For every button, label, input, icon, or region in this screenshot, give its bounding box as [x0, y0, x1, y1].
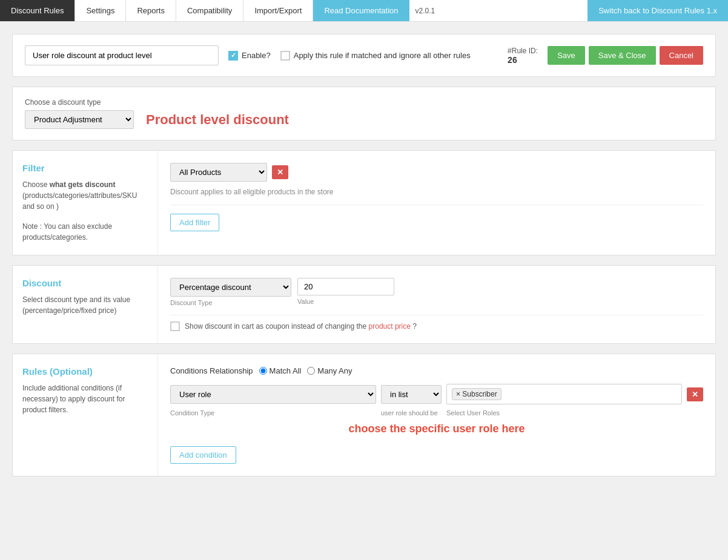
- discount-value-col: Value: [297, 278, 394, 305]
- tab-import-export[interactable]: Import/Export: [243, 0, 313, 21]
- discount-section-left: Discount Select discount type and its va…: [13, 266, 158, 343]
- conditions-relationship-label: Conditions Relationship: [170, 366, 253, 375]
- apply-rule-checkbox[interactable]: [280, 51, 290, 61]
- rules-description: Include additional conditions (if necess…: [22, 383, 148, 415]
- discount-value-input[interactable]: [297, 278, 394, 295]
- rules-section-left: Rules (Optional) Include additional cond…: [13, 354, 158, 476]
- remove-condition-button[interactable]: ✕: [687, 387, 703, 401]
- coupon-checkbox[interactable]: [170, 321, 180, 331]
- save-close-button[interactable]: Save & Close: [589, 46, 656, 65]
- apply-rule-label: Apply this rule if matched and ignore al…: [294, 51, 471, 60]
- discount-description: Select discount type and its value (perc…: [22, 294, 148, 316]
- condition-type-label: Condition Type: [170, 409, 376, 417]
- filter-section-right: All Products Specific Products Product C…: [158, 151, 715, 255]
- rules-section-right: Conditions Relationship Match All Many A…: [158, 354, 715, 476]
- filter-section-left: Filter Choose what gets discount (produc…: [13, 151, 158, 255]
- match-all-option[interactable]: Match All: [259, 366, 302, 375]
- tab-settings[interactable]: Settings: [75, 0, 126, 21]
- add-filter-button[interactable]: Add filter: [170, 214, 219, 231]
- filter-section: Filter Choose what gets discount (produc…: [12, 150, 716, 255]
- switch-back-button[interactable]: Switch back to Discount Rules 1.x: [587, 0, 728, 21]
- filter-heading: Filter: [22, 163, 148, 173]
- apply-rule-group: Apply this rule if matched and ignore al…: [280, 51, 498, 61]
- discount-section-right: Percentage discount Price discount Fixed…: [158, 266, 715, 343]
- save-button[interactable]: Save: [548, 46, 585, 65]
- discount-heading: Discount: [22, 278, 148, 288]
- main-content: ✓ Enable? Apply this rule if matched and…: [0, 22, 728, 498]
- tab-reports[interactable]: Reports: [126, 0, 176, 21]
- rule-id-label: #Rule ID:: [508, 47, 538, 55]
- discount-type-row: Product Adjustment Cart Adjustment Bulk …: [25, 110, 703, 129]
- tab-compatibility[interactable]: Compatibility: [176, 0, 243, 21]
- action-buttons: Save Save & Close Cancel: [548, 46, 703, 65]
- conditions-relationship: Conditions Relationship Match All Many A…: [170, 366, 703, 375]
- user-role-label: user role should be: [381, 409, 442, 417]
- discount-value-col-label: Value: [297, 298, 394, 305]
- many-any-label: Many Any: [317, 366, 352, 375]
- product-level-title: Product level discount: [146, 112, 289, 128]
- tab-discount-rules[interactable]: Discount Rules: [0, 0, 75, 21]
- add-condition-button[interactable]: Add condition: [170, 446, 236, 464]
- rule-id-group: #Rule ID: 26: [508, 47, 538, 65]
- rule-name-input[interactable]: [25, 45, 219, 65]
- condition-value-box[interactable]: × Subscriber: [446, 384, 682, 404]
- checkmark-icon: ✓: [231, 51, 236, 59]
- version-label: v2.0.1: [409, 7, 442, 15]
- filter-description-text: Discount applies to all eligible product…: [170, 188, 703, 196]
- filter-note: Note : You can also exclude products/cat…: [22, 221, 148, 243]
- discount-inputs: Percentage discount Price discount Fixed…: [170, 278, 703, 306]
- filter-description: Choose what gets discount (products/cate…: [22, 179, 148, 212]
- discount-type-dropdown[interactable]: Percentage discount Price discount Fixed…: [170, 278, 291, 297]
- top-nav: Discount Rules Settings Reports Compatib…: [0, 0, 728, 22]
- coupon-label: Show discount in cart as coupon instead …: [185, 322, 417, 331]
- discount-type-select[interactable]: Product Adjustment Cart Adjustment Bulk …: [25, 110, 134, 129]
- many-any-option[interactable]: Many Any: [307, 366, 352, 375]
- match-all-label: Match All: [270, 366, 302, 375]
- enable-group: ✓ Enable?: [228, 51, 271, 61]
- filter-select[interactable]: All Products Specific Products Product C…: [170, 163, 267, 182]
- condition-row: User role Cart subtotal Product quantity…: [170, 384, 703, 404]
- remove-filter-button[interactable]: ✕: [272, 165, 288, 179]
- read-docs-button[interactable]: Read Documentation: [313, 0, 409, 21]
- discount-type-col: Percentage discount Price discount Fixed…: [170, 278, 291, 306]
- filter-row: All Products Specific Products Product C…: [170, 163, 703, 182]
- rules-section: Rules (Optional) Include additional cond…: [12, 354, 716, 476]
- coupon-row: Show discount in cart as coupon instead …: [170, 321, 703, 331]
- enable-label: Enable?: [242, 51, 271, 60]
- subscriber-tag[interactable]: × Subscriber: [452, 388, 501, 400]
- many-any-radio[interactable]: [307, 367, 315, 375]
- enable-checkbox[interactable]: ✓: [228, 51, 238, 61]
- cancel-button[interactable]: Cancel: [660, 46, 703, 65]
- select-user-roles-placeholder: Select User Roles: [446, 409, 703, 417]
- rule-header-card: ✓ Enable? Apply this rule if matched and…: [12, 34, 716, 77]
- discount-section: Discount Select discount type and its va…: [12, 265, 716, 344]
- discount-type-label: Choose a discount type: [25, 98, 703, 107]
- discount-type-card: Choose a discount type Product Adjustmen…: [12, 87, 716, 140]
- rules-heading: Rules (Optional): [22, 366, 148, 377]
- rule-id-value: 26: [508, 55, 517, 65]
- condition-type-select[interactable]: User role Cart subtotal Product quantity…: [170, 385, 376, 404]
- hint-text: choose the specific user role here: [170, 423, 703, 435]
- condition-op-select[interactable]: in list not in list: [381, 385, 442, 404]
- match-all-radio[interactable]: [259, 367, 267, 375]
- discount-type-col-label: Discount Type: [170, 299, 291, 306]
- condition-col-labels: Condition Type user role should be Selec…: [170, 409, 703, 417]
